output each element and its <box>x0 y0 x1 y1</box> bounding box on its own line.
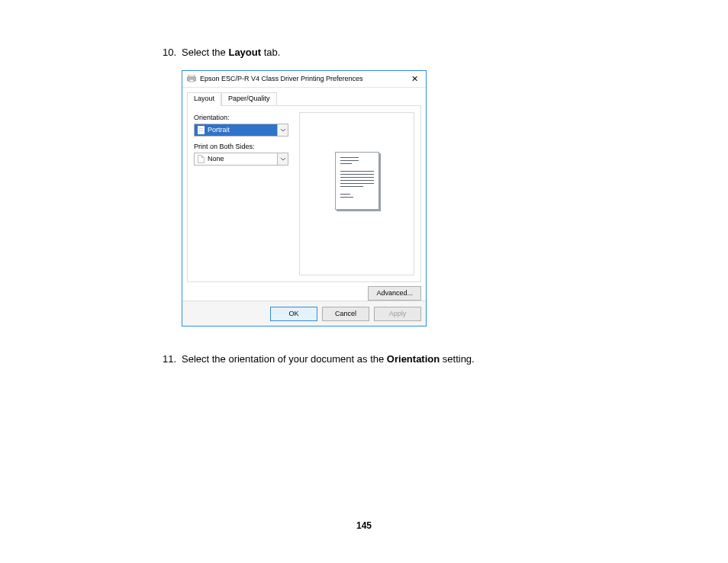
tab-paper-quality[interactable]: Paper/Quality <box>221 92 277 106</box>
step-text: Select the orientation of your document … <box>182 352 620 366</box>
dialog-client: Layout Paper/Quality Orientation: Portra… <box>182 88 426 326</box>
both-sides-text: None <box>208 155 224 162</box>
close-button[interactable]: ✕ <box>407 75 421 83</box>
layout-controls: Orientation: Portrait Print on Both Side… <box>194 112 293 275</box>
page-icon <box>198 155 205 163</box>
bold-text: Layout <box>228 47 261 58</box>
advanced-button[interactable]: Advanced... <box>368 286 421 301</box>
preview-page-icon <box>335 152 379 210</box>
portrait-page-icon <box>198 126 205 134</box>
step-11: 11. Select the orientation of your docum… <box>163 352 620 366</box>
svg-rect-2 <box>189 79 194 82</box>
ok-button[interactable]: OK <box>270 307 317 321</box>
both-sides-value: None <box>195 153 277 165</box>
chevron-down-icon <box>277 124 288 136</box>
page-number: 145 <box>0 520 728 531</box>
svg-rect-0 <box>188 75 195 77</box>
text: setting. <box>440 353 475 365</box>
tab-strip: Layout Paper/Quality <box>187 92 421 106</box>
both-sides-dropdown[interactable]: None <box>194 153 288 166</box>
step-number: 11. <box>163 352 176 366</box>
orientation-dropdown[interactable]: Portrait <box>194 124 288 137</box>
step-number: 10. <box>163 46 176 60</box>
chevron-down-icon <box>277 153 288 165</box>
orientation-value: Portrait <box>195 124 277 136</box>
text: Select the orientation of your document … <box>182 353 387 365</box>
bold-text: Orientation <box>387 353 440 365</box>
apply-button[interactable]: Apply <box>374 307 421 321</box>
both-sides-label: Print on Both Sides: <box>194 143 293 150</box>
text: Select the <box>182 47 228 58</box>
advanced-row: Advanced... <box>187 286 421 301</box>
printer-icon <box>187 75 196 82</box>
dialog-footer: OK Cancel Apply <box>182 301 426 326</box>
window-title: Epson ESC/P-R V4 Class Driver Printing P… <box>200 75 407 82</box>
orientation-text: Portrait <box>208 126 230 134</box>
tab-layout[interactable]: Layout <box>187 92 221 106</box>
text: tab. <box>261 47 280 58</box>
document-body: 10. Select the Layout tab. Epson ESC/P-R… <box>163 46 620 376</box>
screenshot-figure: Epson ESC/P-R V4 Class Driver Printing P… <box>182 70 620 327</box>
step-10: 10. Select the Layout tab. <box>163 46 620 60</box>
print-preferences-dialog: Epson ESC/P-R V4 Class Driver Printing P… <box>182 70 427 327</box>
tab-body: Orientation: Portrait Print on Both Side… <box>187 105 421 282</box>
cancel-button[interactable]: Cancel <box>322 307 369 321</box>
titlebar: Epson ESC/P-R V4 Class Driver Printing P… <box>182 71 426 88</box>
step-text: Select the Layout tab. <box>182 46 620 60</box>
orientation-label: Orientation: <box>194 114 293 121</box>
page-preview <box>299 112 414 275</box>
